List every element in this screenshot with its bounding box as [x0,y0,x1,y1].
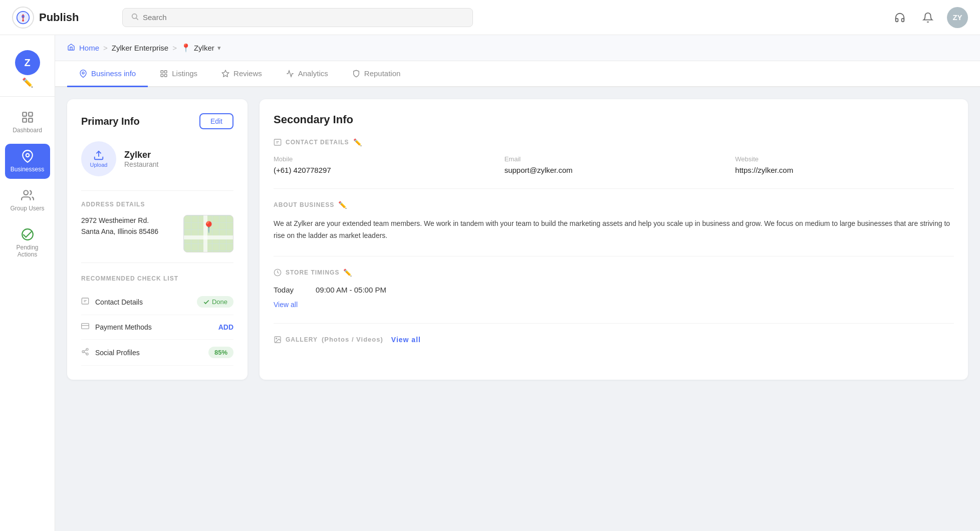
gallery-section: GALLERY (Photos / Videos) View all [274,336,954,344]
svg-point-25 [82,351,84,353]
svg-line-28 [84,350,87,351]
map-road-h [184,235,233,239]
divider-about [274,256,954,256]
breadcrumb-home[interactable]: Home [79,44,99,52]
business-profile: Upload Zylker Restaurant [81,141,233,176]
svg-point-24 [86,348,88,350]
svg-point-12 [82,72,84,74]
top-nav: Publish ZY [0,0,980,35]
checklist-item-label: Social Profiles [95,349,202,357]
divider-store [274,323,954,324]
sidebar-item-pending-actions[interactable]: Pending Actions [5,222,50,264]
tab-reviews[interactable]: Reviews [209,61,274,87]
tab-listings[interactable]: Listings [148,61,209,87]
location-icon: 📍 [181,43,191,53]
checklist-item-label: Contact Details [95,298,191,306]
search-icon [131,13,139,23]
headset-button[interactable] [891,9,909,27]
breadcrumb-sep-1: > [103,44,108,52]
brand-name: Publish [39,11,79,24]
main-content: Home > Zylker Enterprise > 📍 Zylker ▾ Bu… [55,35,980,531]
sidebar-item-label: Dashboard [13,127,42,134]
search-input[interactable] [143,13,464,22]
svg-rect-7 [23,118,27,122]
user-avatar[interactable]: ZY [947,7,968,28]
gallery-sub-label: (Photos / Videos) [322,336,383,343]
upload-label: Upload [90,162,108,168]
business-name: Zylker [124,150,158,160]
nav-actions: ZY [891,7,968,28]
divider-contact [274,188,954,189]
edit-button[interactable]: Edit [199,113,233,129]
contact-field-website: Website https://zylker.com [735,155,954,174]
contact-edit-icon[interactable]: ✏️ [353,138,362,146]
brand-logo [12,7,34,29]
social-icon [81,348,89,358]
primary-info-title: Primary Info [81,116,140,127]
svg-rect-8 [29,118,33,122]
checklist-status-done: Done [197,296,233,308]
about-section: ABOUT BUSINESS ✏️ We at Zylker are your … [274,201,954,242]
breadcrumb-sep-2: > [172,44,177,52]
svg-point-9 [26,154,29,157]
brand: Publish [12,7,112,29]
content-area: Primary Info Edit Upload Zylker [55,87,980,392]
svg-rect-29 [274,139,281,145]
checklist-label: RECOMMENDED CHECK LIST [81,275,233,282]
svg-point-3 [132,14,137,18]
checklist-section: RECOMMENDED CHECK LIST Contact Details [81,275,233,366]
contact-details-heading: CONTACT DETAILS ✏️ [274,138,954,146]
sidebar-item-group-users[interactable]: Group Users [5,183,50,218]
divider-1 [81,190,233,191]
contact-grid: Mobile (+61) 420778297 Email support@zyl… [274,155,954,174]
sidebar-edit-icon[interactable]: ✏️ [22,77,33,88]
sidebar-item-label: Businessess [11,166,44,173]
checklist-status-add[interactable]: ADD [218,323,233,331]
svg-line-4 [136,18,138,20]
left-panel: Primary Info Edit Upload Zylker [67,99,248,380]
bell-button[interactable] [919,9,937,27]
checklist-item-social: Social Profiles 85% [81,340,233,366]
business-type: Restaurant [124,160,158,168]
checklist-item-payment: Payment Methods ADD [81,315,233,340]
divider-2 [81,262,233,263]
sidebar-item-dashboard[interactable]: Dashboard [5,105,50,140]
contact-icon [81,297,89,307]
address-content: 2972 Westheimer Rd. Santa Ana, Illinois … [81,215,233,252]
about-edit-icon[interactable]: ✏️ [338,201,347,209]
breadcrumb-enterprise: Zylker Enterprise [112,44,168,52]
home-icon [67,43,75,53]
gallery-heading: GALLERY (Photos / Videos) View all [274,336,954,344]
tab-reputation[interactable]: Reputation [340,61,413,87]
tab-business-info[interactable]: Business info [67,61,148,87]
checklist-item-contact: Contact Details Done [81,289,233,315]
tab-analytics[interactable]: Analytics [274,61,340,87]
svg-point-10 [24,190,28,195]
svg-rect-6 [29,112,33,116]
store-edit-icon[interactable]: ✏️ [343,269,352,277]
address-text: 2972 Westheimer Rd. Santa Ana, Illinois … [81,215,175,237]
breadcrumb-dropdown-icon[interactable]: ▾ [217,44,221,52]
breadcrumb: Home > Zylker Enterprise > 📍 Zylker ▾ [55,35,980,61]
store-timing-row: Today 09:00 AM - 05:00 PM [274,286,954,294]
sidebar-top: Z ✏️ [0,45,55,97]
contact-field-email: Email support@zylker.com [505,155,723,174]
svg-rect-15 [161,74,163,77]
store-timings-view-all[interactable]: View all [274,301,298,309]
tab-nav: Business info Listings Reviews Analy [55,61,980,87]
primary-info-header: Primary Info Edit [81,113,233,129]
address-section-label: ADDRESS DETAILS [81,201,233,208]
sidebar-item-businesses[interactable]: Businessess [5,144,50,179]
upload-button[interactable]: Upload [81,141,116,176]
gallery-view-all[interactable]: View all [391,336,421,344]
sidebar-user-avatar[interactable]: Z [15,50,40,75]
svg-rect-5 [23,112,27,116]
store-day: Today [274,286,304,294]
address-section: ADDRESS DETAILS 2972 Westheimer Rd. Sant… [81,201,233,252]
svg-marker-17 [222,70,228,77]
svg-rect-22 [82,324,89,329]
checklist-status-pct: 85% [208,347,233,358]
svg-point-34 [276,338,277,339]
sidebar: Z ✏️ Dashboard Businessess Gr [0,35,55,531]
search-bar[interactable] [122,8,473,27]
